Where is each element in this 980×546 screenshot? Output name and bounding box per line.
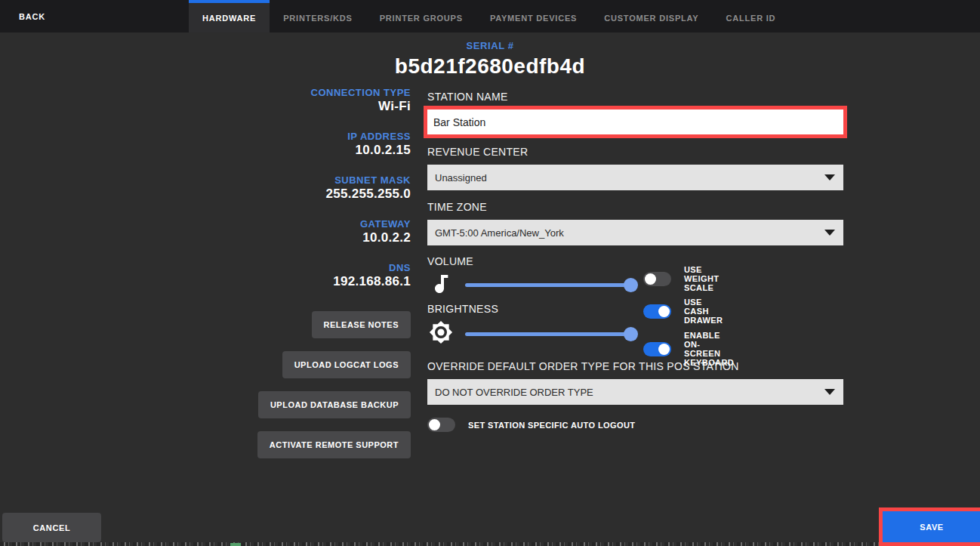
toggle-knob	[658, 306, 670, 317]
info-connection-type: CONNECTION TYPE Wi-Fi	[0, 87, 411, 114]
volume-slider-thumb[interactable]	[624, 278, 638, 292]
brightness-label: BRIGHTNESS	[427, 303, 498, 315]
brightness-slider-thumb[interactable]	[624, 327, 638, 341]
upload-logcat-logs-button[interactable]: UPLOAD LOGCAT LOGS	[282, 351, 411, 378]
enable-onscreen-keyboard-label: ENABLE ON-SCREEN KEYBOARD	[684, 331, 734, 367]
override-order-type-value: DO NOT OVERRIDE ORDER TYPE	[435, 387, 593, 398]
volume-slider-track	[465, 283, 633, 287]
music-note-icon	[429, 272, 453, 296]
auto-logout-label: SET STATION SPECIFIC AUTO LOGOUT	[468, 421, 635, 430]
info-value: 255.255.255.0	[0, 186, 411, 202]
info-gateway: GATEWAY 10.0.2.2	[0, 218, 411, 245]
info-value: Wi-Fi	[0, 98, 411, 114]
brightness-slider[interactable]	[465, 327, 633, 341]
brightness-icon	[429, 320, 453, 344]
background-green-fragment	[230, 543, 241, 546]
toggle-knob	[658, 344, 670, 355]
use-cash-drawer-label: USE CASH DRAWER	[684, 298, 723, 325]
info-label: CONNECTION TYPE	[0, 87, 411, 98]
time-zone-value: GMT-5:00 America/New_York	[435, 227, 564, 239]
station-name-input[interactable]	[427, 110, 843, 134]
save-button[interactable]: SAVE	[883, 511, 980, 542]
back-button[interactable]: BACK	[0, 0, 64, 32]
use-weight-scale-label: USE WEIGHT SCALE	[684, 265, 719, 292]
device-info-column: CONNECTION TYPE Wi-Fi IP ADDRESS 10.0.2.…	[0, 87, 411, 306]
info-value: 192.168.86.1	[0, 273, 411, 289]
chevron-down-icon	[824, 230, 835, 236]
info-dns: DNS 192.168.86.1	[0, 262, 411, 289]
override-order-type-select[interactable]: DO NOT OVERRIDE ORDER TYPE	[427, 379, 843, 405]
utility-buttons-column: RELEASE NOTES UPLOAD LOGCAT LOGS UPLOAD …	[0, 311, 411, 471]
station-name-annotation-box	[424, 106, 847, 138]
chevron-down-icon	[824, 389, 835, 395]
auto-logout-toggle[interactable]	[427, 418, 455, 432]
cash-drawer-toggle-row: USE CASH DRAWER	[643, 298, 723, 325]
tab-hardware[interactable]: HARDWARE	[189, 0, 270, 32]
revenue-center-value: Unassigned	[435, 172, 487, 184]
cancel-button[interactable]: CANCEL	[2, 513, 101, 542]
toggle-knob	[429, 419, 440, 430]
tab-printers-kds[interactable]: PRINTERS/KDS	[270, 0, 366, 32]
volume-label: VOLUME	[427, 255, 473, 267]
save-annotation-box: SAVE	[879, 507, 980, 546]
weight-scale-toggle-row: USE WEIGHT SCALE	[643, 265, 719, 292]
chevron-down-icon	[824, 174, 835, 180]
release-notes-button[interactable]: RELEASE NOTES	[312, 311, 411, 338]
info-subnet-mask: SUBNET MASK 255.255.255.0	[0, 174, 411, 202]
station-name-label: STATION NAME	[427, 91, 508, 103]
info-label: SUBNET MASK	[0, 174, 411, 186]
upload-database-backup-button[interactable]: UPLOAD DATABASE BACKUP	[258, 391, 411, 418]
hardware-settings-screen: BACK HARDWARE PRINTERS/KDS PRINTER GROUP…	[0, 0, 980, 546]
info-label: DNS	[0, 262, 411, 273]
revenue-center-label: REVENUE CENTER	[427, 146, 528, 158]
background-page-sliver	[0, 542, 980, 546]
use-weight-scale-toggle[interactable]	[643, 272, 671, 286]
brightness-slider-track	[465, 332, 633, 336]
activate-remote-support-button[interactable]: ACTIVATE REMOTE SUPPORT	[257, 431, 411, 458]
info-label: GATEWAY	[0, 218, 411, 230]
volume-slider[interactable]	[465, 278, 633, 292]
time-zone-label: TIME ZONE	[427, 201, 487, 213]
enable-onscreen-keyboard-toggle[interactable]	[643, 342, 671, 356]
info-value: 10.0.2.15	[0, 142, 411, 158]
station-settings-form: STATION NAME REVENUE CENTER Unassigned T…	[427, 0, 843, 546]
info-ip-address: IP ADDRESS 10.0.2.15	[0, 131, 411, 158]
onscreen-keyboard-toggle-row: ENABLE ON-SCREEN KEYBOARD	[643, 331, 734, 367]
auto-logout-toggle-row: SET STATION SPECIFIC AUTO LOGOUT	[427, 418, 635, 432]
info-label: IP ADDRESS	[0, 131, 411, 142]
use-cash-drawer-toggle[interactable]	[643, 304, 671, 319]
time-zone-select[interactable]: GMT-5:00 America/New_York	[427, 220, 843, 245]
revenue-center-select[interactable]: Unassigned	[427, 165, 843, 190]
info-value: 10.0.2.2	[0, 230, 411, 245]
toggle-knob	[645, 273, 656, 285]
